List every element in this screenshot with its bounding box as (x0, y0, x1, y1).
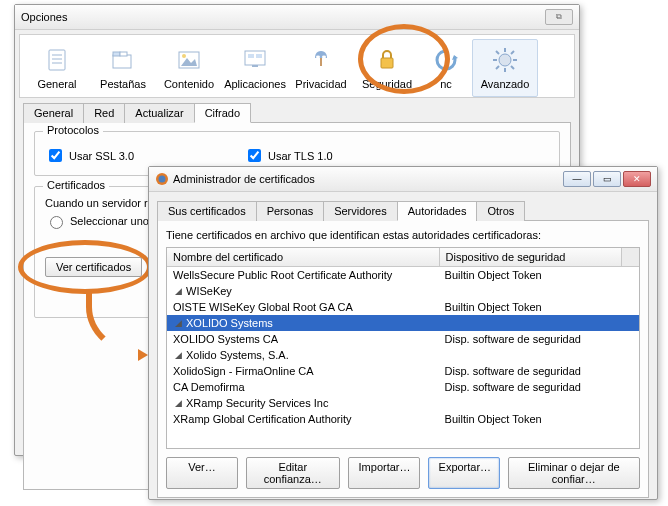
tree-twisty-icon[interactable]: ◢ (173, 398, 184, 408)
cert-titlebar[interactable]: Administrador de certificados — ▭ ✕ (149, 167, 657, 192)
window-controls: — ▭ ✕ (563, 171, 651, 187)
svg-rect-6 (120, 52, 127, 56)
svg-line-26 (511, 66, 514, 69)
table-row[interactable]: XOLIDO Systems CADisp. software de segur… (167, 331, 639, 347)
cert-title: Administrador de certificados (173, 173, 563, 185)
svg-rect-16 (320, 58, 322, 66)
maximize-button[interactable]: ▭ (593, 171, 621, 187)
cert-auto-radio-input[interactable] (50, 216, 63, 229)
titlebar-restore-hint[interactable]: ⧉ (545, 9, 573, 25)
subtab-encryption[interactable]: Cifrado (194, 103, 251, 123)
import-button[interactable]: Importar… (348, 457, 420, 489)
category-toolbar: General Pestañas Contenido Aplicaciones … (19, 34, 575, 98)
tree-twisty-icon[interactable]: ◢ (173, 318, 184, 328)
sync-icon (430, 44, 462, 76)
tree-twisty-icon[interactable]: ◢ (173, 286, 184, 296)
category-privacy[interactable]: Privacidad (288, 39, 354, 97)
cert-name: OISTE WISeKey Global Root GA CA (173, 301, 353, 313)
ssl3-checkbox-input[interactable] (49, 149, 62, 162)
options-title: Opciones (21, 11, 545, 23)
table-row[interactable]: OISTE WISeKey Global Root GA CABuiltin O… (167, 299, 639, 315)
cert-device: Builtin Object Token (439, 268, 639, 282)
tls1-checkbox-input[interactable] (248, 149, 261, 162)
category-general[interactable]: General (24, 39, 90, 97)
table-row[interactable]: ◢WISeKey (167, 283, 639, 299)
tree-twisty-icon[interactable]: ◢ (173, 350, 184, 360)
svg-line-25 (496, 51, 499, 54)
svg-point-9 (182, 54, 186, 58)
advanced-icon (489, 44, 521, 76)
svg-point-20 (499, 54, 511, 66)
table-row[interactable]: ◢Xolido Systems, S.A. (167, 347, 639, 363)
cert-name: XolidoSign - FirmaOnline CA (173, 365, 314, 377)
cert-group-name: XRamp Security Services Inc (186, 397, 328, 409)
col-cert-name[interactable]: Nombre del certificado (167, 248, 440, 266)
content-icon (173, 44, 205, 76)
cert-device: Builtin Object Token (439, 412, 639, 426)
svg-rect-4 (113, 55, 131, 68)
edit-trust-button[interactable]: Editar confianza… (246, 457, 340, 489)
options-titlebar[interactable]: Opciones ⧉ (15, 5, 579, 30)
cert-group-name: Xolido Systems, S.A. (186, 349, 289, 361)
delete-distrust-button[interactable]: Eliminar o dejar de confiar… (508, 457, 640, 489)
close-button[interactable]: ✕ (623, 171, 651, 187)
authorities-table: Nombre del certificado Dispositivo de se… (166, 247, 640, 449)
table-row[interactable]: ◢XRamp Security Services Inc (167, 395, 639, 411)
category-label: Privacidad (295, 78, 346, 90)
category-tabs[interactable]: Pestañas (90, 39, 156, 97)
category-content[interactable]: Contenido (156, 39, 222, 97)
ssl3-checkbox[interactable]: Usar SSL 3.0 (45, 146, 134, 165)
authorities-table-body[interactable]: WellsSecure Public Root Certificate Auth… (167, 267, 639, 445)
cert-group-name: WISeKey (186, 285, 232, 297)
category-sync[interactable]: nc (420, 39, 472, 97)
tab-authorities[interactable]: Autoridades (397, 201, 478, 221)
view-button[interactable]: Ver… (166, 457, 238, 489)
svg-point-15 (322, 56, 326, 59)
svg-point-30 (159, 176, 166, 183)
tab-others[interactable]: Otros (476, 201, 525, 221)
category-advanced[interactable]: Avanzado (472, 39, 538, 97)
advanced-subtabs: General Red Actualizar Cifrado (23, 102, 571, 123)
svg-rect-12 (256, 54, 262, 58)
col-scroll-corner (621, 248, 639, 266)
security-icon (371, 44, 403, 76)
authorities-table-header: Nombre del certificado Dispositivo de se… (167, 248, 639, 267)
category-label: nc (440, 78, 452, 90)
tab-people[interactable]: Personas (256, 201, 324, 221)
ssl3-label: Usar SSL 3.0 (69, 150, 134, 162)
minimize-button[interactable]: — (563, 171, 591, 187)
subtab-general[interactable]: General (23, 103, 84, 123)
table-row[interactable]: WellsSecure Public Root Certificate Auth… (167, 267, 639, 283)
table-row[interactable]: XRamp Global Certification AuthorityBuil… (167, 411, 639, 427)
tabs-icon (107, 44, 139, 76)
category-label: Avanzado (481, 78, 530, 90)
subtab-update[interactable]: Actualizar (124, 103, 194, 123)
table-row[interactable]: XolidoSign - FirmaOnline CADisp. softwar… (167, 363, 639, 379)
tls1-checkbox[interactable]: Usar TLS 1.0 (244, 146, 333, 165)
cert-name: CA Demofirma (173, 381, 245, 393)
svg-line-27 (511, 51, 514, 54)
authorities-panel: Tiene certificados en archivo que identi… (157, 221, 649, 498)
general-icon (41, 44, 73, 76)
category-security[interactable]: Seguridad (354, 39, 420, 97)
subtab-network[interactable]: Red (83, 103, 125, 123)
category-apps[interactable]: Aplicaciones (222, 39, 288, 97)
cert-device (439, 284, 639, 298)
category-label: Pestañas (100, 78, 146, 90)
tab-your-certs[interactable]: Sus certificados (157, 201, 257, 221)
tls1-label: Usar TLS 1.0 (268, 150, 333, 162)
table-row[interactable]: CA DemofirmaDisp. software de seguridad (167, 379, 639, 395)
cert-device: Disp. software de seguridad (439, 364, 639, 378)
export-button[interactable]: Exportar… (428, 457, 500, 489)
svg-line-28 (496, 66, 499, 69)
svg-rect-0 (49, 50, 65, 70)
cert-manager-window: Administrador de certificados — ▭ ✕ Sus … (148, 166, 658, 500)
cert-name: XOLIDO Systems CA (173, 333, 278, 345)
category-label: Aplicaciones (224, 78, 286, 90)
category-label: Seguridad (362, 78, 412, 90)
tab-servers[interactable]: Servidores (323, 201, 398, 221)
certificates-legend: Certificados (43, 179, 109, 191)
view-certificates-button[interactable]: Ver certificados (45, 257, 142, 277)
table-row[interactable]: ◢XOLIDO Systems (167, 315, 639, 331)
col-device[interactable]: Dispositivo de seguridad (440, 248, 621, 266)
